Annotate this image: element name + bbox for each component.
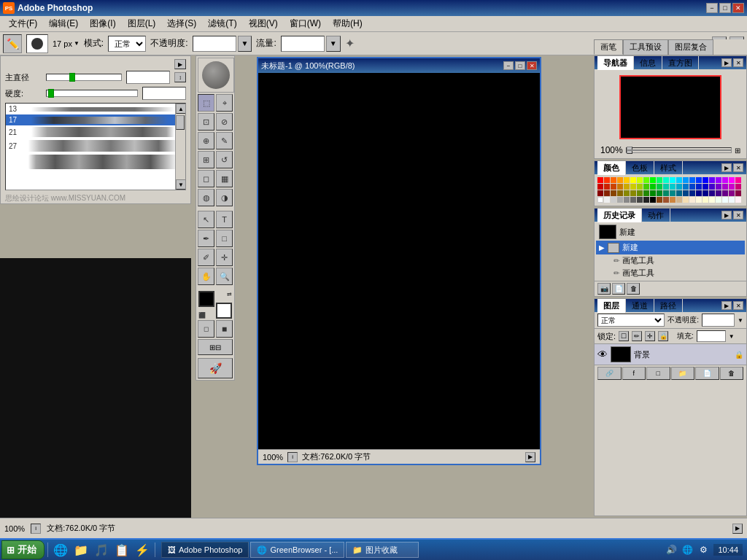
swatch[interactable] [689,197,695,203]
status-info-btn[interactable]: i [31,524,41,534]
swatch[interactable] [696,190,702,196]
add-style-btn[interactable]: f [622,367,646,380]
swatch[interactable] [716,177,721,183]
navigator-menu-btn[interactable]: ▶ [721,58,732,67]
swatch[interactable] [624,177,630,183]
brush-list-scrollbar[interactable]: ▲ ▼ [175,104,185,190]
swatch[interactable] [683,190,689,196]
brush-preview[interactable] [26,34,48,53]
swatch[interactable] [670,190,676,196]
tray-icon-1[interactable]: 🔊 [664,542,678,557]
layer-visibility-eye[interactable]: 👁 [597,349,608,360]
menu-layer[interactable]: 图层(L) [122,16,162,31]
swatch[interactable] [722,190,728,196]
quicklaunch-icon4[interactable]: 📋 [112,540,131,559]
tray-icon-2[interactable]: 🌐 [680,542,694,557]
swatch[interactable] [637,197,643,203]
swatch[interactable] [716,184,721,190]
tray-icon-3[interactable]: ⚙ [696,542,711,557]
swatch[interactable] [643,184,649,190]
color-close-btn[interactable]: ✕ [733,163,743,172]
new-layer-btn[interactable]: 📄 [695,367,719,380]
right-tab-layercomp[interactable]: 图层复合 [668,39,713,55]
standard-mode[interactable]: ◻ [198,320,214,338]
history-snapshot-btn[interactable]: 📷 [597,283,611,295]
layer-mode-select[interactable]: 正常 [597,314,665,327]
brush-panel-more[interactable]: ↕ [174,72,186,82]
type-tool[interactable]: T [216,211,233,228]
history-item-active[interactable]: ▶ 新建 [596,241,745,254]
brush-item-17[interactable]: 17 ↑ [6,114,185,125]
doc-minimize-btn[interactable]: − [503,61,514,70]
swatch[interactable] [663,190,669,196]
jump-to-imageready-btn[interactable]: 🚀 [198,358,233,378]
zoom-tool[interactable]: 🔍 [216,268,233,285]
maximize-button[interactable]: □ [719,3,731,13]
current-tool-icon[interactable]: ✏️ [3,34,22,53]
tab-channels[interactable]: 通道 [626,299,654,313]
taskbar-item-photoshop[interactable]: 🖼 Adobe Photoshop [161,542,249,558]
swatch[interactable] [676,177,682,183]
status-arrow-btn[interactable]: ▶ [732,524,743,534]
swatch[interactable] [657,190,662,196]
menu-window[interactable]: 窗口(W) [284,16,327,31]
scroll-thumb[interactable] [176,115,185,130]
swatch[interactable] [611,190,616,196]
doc-close-btn[interactable]: ✕ [527,61,537,70]
menu-image[interactable]: 图像(I) [84,16,121,31]
history-new-doc-btn[interactable]: 📄 [612,283,625,295]
color-menu-btn[interactable]: ▶ [721,163,732,172]
swatch[interactable] [657,197,662,203]
swatch[interactable] [617,184,623,190]
swatch[interactable] [617,197,623,203]
brush-list[interactable]: 13 17 ↑ 21 27 [5,103,186,190]
nav-zoom-slider[interactable] [626,147,732,153]
swatch[interactable] [617,190,623,196]
opacity-dropdown[interactable]: ▼ [238,36,252,52]
tab-history[interactable]: 历史记录 [597,209,642,222]
history-close-btn[interactable]: ✕ [733,211,743,219]
swatch[interactable] [709,197,715,203]
navigator-close-btn[interactable]: ✕ [733,58,743,67]
swatch[interactable] [683,177,689,183]
start-button[interactable]: ⊞ 开始 [1,540,44,559]
quicklaunch-folder[interactable]: 📁 [71,540,90,559]
mode-select[interactable]: 正常 [108,36,146,52]
flow-dropdown[interactable]: ▼ [326,36,341,52]
lock-image-btn[interactable]: ✏ [632,331,642,341]
path-select-tool[interactable]: ↖ [198,211,214,228]
nav-expand-icon[interactable]: ⊞ [735,147,740,155]
swatch[interactable] [703,197,708,203]
document-canvas[interactable] [258,73,540,449]
menu-view[interactable]: 视图(V) [243,16,284,31]
new-group-btn[interactable]: 📁 [671,367,695,380]
scroll-down-btn[interactable]: ▼ [176,179,186,190]
lasso-tool[interactable]: ⌖ [216,94,233,112]
swatch[interactable] [630,177,636,183]
brush-panel-arrow[interactable]: ▶ [174,59,186,69]
swatch[interactable] [643,177,649,183]
swatch[interactable] [604,197,610,203]
brush-item-21[interactable]: 21 [6,125,185,139]
add-mask-btn[interactable]: □ [646,367,670,380]
history-delete-btn[interactable]: 🗑 [627,283,640,295]
swatch[interactable] [670,197,676,203]
delete-layer-btn[interactable]: 🗑 [720,367,744,380]
menu-filter[interactable]: 滤镜(T) [202,16,242,31]
history-brush-tool[interactable]: ↺ [216,151,233,168]
pencil-tool[interactable]: ✎ [216,132,233,149]
swatch[interactable] [637,190,643,196]
tab-histogram[interactable]: 直方图 [662,56,699,70]
swatch[interactable] [689,177,695,183]
swatch[interactable] [729,190,735,196]
blur-tool[interactable]: ◍ [198,189,214,206]
background-color-box[interactable] [216,303,232,319]
dodge-tool[interactable]: ◑ [216,189,233,206]
swatch[interactable] [657,184,662,190]
slice-tool[interactable]: ⊘ [216,113,233,131]
swatch[interactable] [716,197,721,203]
history-tool-item-2[interactable]: ✏ 画笔工具 [596,267,745,279]
swatch[interactable] [716,190,721,196]
swatch[interactable] [650,177,656,183]
swatch[interactable] [597,184,603,190]
